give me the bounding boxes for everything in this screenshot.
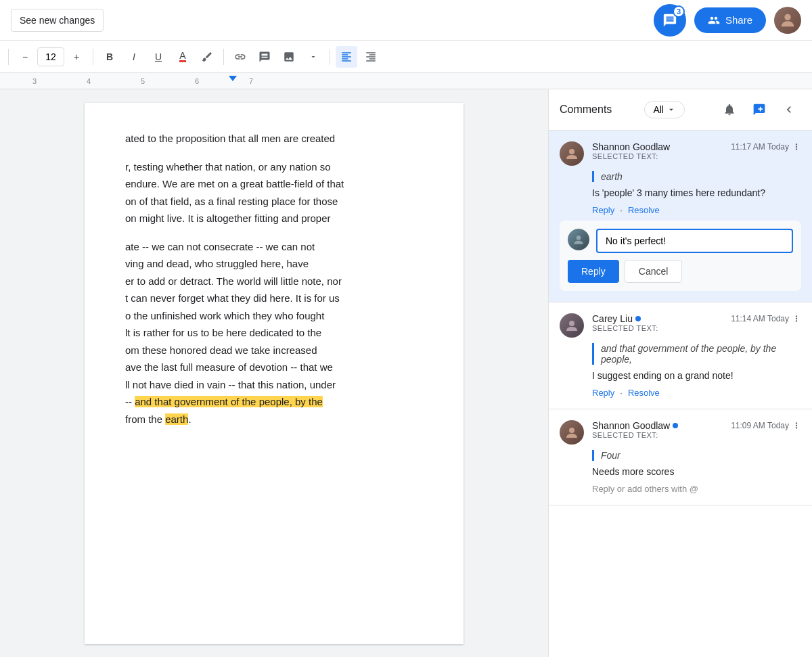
quoted-text-2: and that government of the people, by th… [592, 343, 801, 365]
align-right-icon [365, 51, 377, 63]
reply-button-3[interactable]: Reply or add others with @ [592, 484, 698, 494]
reply-area-1: Reply Cancel [560, 221, 801, 291]
comments-filter: All [644, 101, 685, 118]
share-button[interactable]: Share [694, 7, 766, 33]
quoted-text-3: Four [592, 450, 801, 461]
reply-buttons: Reply Cancel [568, 260, 793, 283]
resolve-button-2[interactable]: Resolve [628, 388, 660, 398]
expand-panel-button[interactable] [777, 97, 801, 122]
commenter-name-3: Shannon Goodlaw [592, 420, 678, 431]
highlight-icon [201, 51, 213, 63]
filter-label: All [653, 104, 664, 115]
avatar-photo [774, 7, 801, 34]
svg-point-3 [569, 321, 574, 326]
underline-button[interactable]: U [148, 46, 169, 68]
more-options-icon-1 [792, 142, 801, 152]
link-icon [234, 51, 246, 63]
add-comment-icon [752, 103, 766, 116]
italic-button[interactable]: I [123, 46, 145, 68]
more-options-icon-2 [792, 314, 801, 323]
highlight-button[interactable] [196, 46, 218, 68]
share-icon [708, 14, 720, 26]
chevron-down-icon [309, 53, 317, 61]
selected-label-1: SELECTED TEXT: [592, 152, 801, 160]
image-button[interactable] [278, 46, 300, 68]
comment-body-1: Is 'people' 3 many times here redundant? [592, 187, 801, 198]
commenter-info-1: Shannon Goodlaw 11:17 AM Today SELECTED … [592, 141, 801, 164]
ruler: 3 4 5 6 7 [0, 73, 812, 89]
reply-input-field[interactable] [596, 229, 793, 253]
reply-cancel-button[interactable]: Cancel [625, 260, 683, 283]
align-left-button[interactable] [336, 46, 357, 68]
quoted-text-1: earth [592, 171, 801, 182]
comment-thread-3: Shannon Goodlaw 11:09 AM Today SELECTED … [549, 409, 812, 505]
expand-icon [782, 103, 796, 116]
comment-actions-1: Reply · Resolve [592, 205, 801, 215]
commenter-time-1: 11:17 AM Today [731, 142, 801, 152]
selected-label-3: SELECTED TEXT: [592, 431, 801, 439]
ruler-mark-3: 3 [32, 77, 37, 85]
commenter-photo-1 [564, 145, 580, 162]
highlighted-text-phrase: and that government of the people, by th… [135, 396, 323, 407]
notifications-button[interactable]: 3 [654, 4, 686, 37]
selected-label-2: SELECTED TEXT: [592, 324, 801, 332]
commenter-avatar-3 [560, 420, 584, 445]
align-right-button[interactable] [360, 46, 382, 68]
comments-header-actions [717, 97, 801, 122]
top-right-actions: 3 Share [654, 4, 801, 37]
separator-1: · [620, 205, 623, 215]
filter-chevron-icon [667, 105, 676, 114]
font-size-group: − + [14, 46, 87, 68]
doc-paragraph-2: r, testing whether that nation, or any n… [125, 158, 423, 227]
divider-4 [330, 49, 330, 65]
resolve-button-1[interactable]: Resolve [628, 205, 660, 215]
document-page: ated to the proposition that all men are… [85, 103, 464, 644]
ruler-mark-4: 4 [87, 77, 91, 85]
increase-font-button[interactable]: + [66, 46, 87, 68]
comment-thread-1: Shannon Goodlaw 11:17 AM Today SELECTED … [549, 131, 812, 302]
doc-paragraph-1: ated to the proposition that all men are… [125, 130, 423, 148]
font-size-input[interactable] [37, 47, 64, 66]
ruler-marks: 3 4 5 6 7 [5, 73, 812, 89]
bold-button[interactable]: B [99, 46, 120, 68]
font-color-button[interactable]: A [172, 46, 194, 68]
comment-header-1: Shannon Goodlaw 11:17 AM Today SELECTED … [560, 141, 801, 166]
comments-title: Comments [560, 104, 612, 116]
formatting-toolbar: − + B I U A [0, 41, 812, 73]
ruler-tab-marker [229, 76, 237, 81]
notification-badge: 3 [673, 5, 685, 18]
comment-header-2: Carey Liu 11:14 AM Today SELECTED TEXT: [560, 313, 801, 338]
bell-icon-button[interactable] [717, 97, 742, 122]
decrease-font-button[interactable]: − [14, 46, 36, 68]
online-indicator-3 [673, 423, 678, 428]
commenter-time-3: 11:09 AM Today [731, 421, 801, 430]
doc-paragraph-3: ate -- we can not consecrate -- we can n… [125, 238, 423, 428]
filter-button[interactable]: All [644, 101, 685, 118]
link-button[interactable] [229, 46, 251, 68]
main-layout: ated to the proposition that all men are… [0, 89, 812, 657]
replier-avatar [568, 229, 589, 250]
divider-1 [8, 49, 9, 65]
image-dropdown-button[interactable] [302, 46, 324, 68]
reply-button-1[interactable]: Reply [592, 205, 614, 215]
commenter-photo-3 [564, 424, 580, 440]
comment-body-2: I suggest ending on a grand note! [592, 370, 801, 381]
comment-thread-2: Carey Liu 11:14 AM Today SELECTED TEXT: … [549, 302, 812, 409]
commenter-info-3: Shannon Goodlaw 11:09 AM Today SELECTED … [592, 420, 801, 443]
separator-2: · [620, 388, 623, 398]
add-comment-button[interactable] [747, 97, 771, 122]
ruler-mark-5: 5 [141, 77, 145, 85]
see-changes-button[interactable]: See new changes [11, 9, 104, 32]
comments-header: Comments All [549, 89, 812, 131]
user-avatar[interactable] [774, 7, 801, 34]
document-area: ated to the proposition that all men are… [0, 89, 548, 657]
reply-submit-button[interactable]: Reply [568, 260, 619, 283]
insert-comment-button[interactable] [254, 46, 275, 68]
reply-button-2[interactable]: Reply [592, 388, 614, 398]
ruler-mark-7: 7 [249, 77, 253, 85]
commenter-avatar-1 [560, 141, 584, 166]
divider-2 [93, 49, 93, 65]
share-label: Share [725, 14, 752, 26]
comments-panel: Comments All [548, 89, 812, 657]
svg-point-1 [569, 149, 574, 154]
